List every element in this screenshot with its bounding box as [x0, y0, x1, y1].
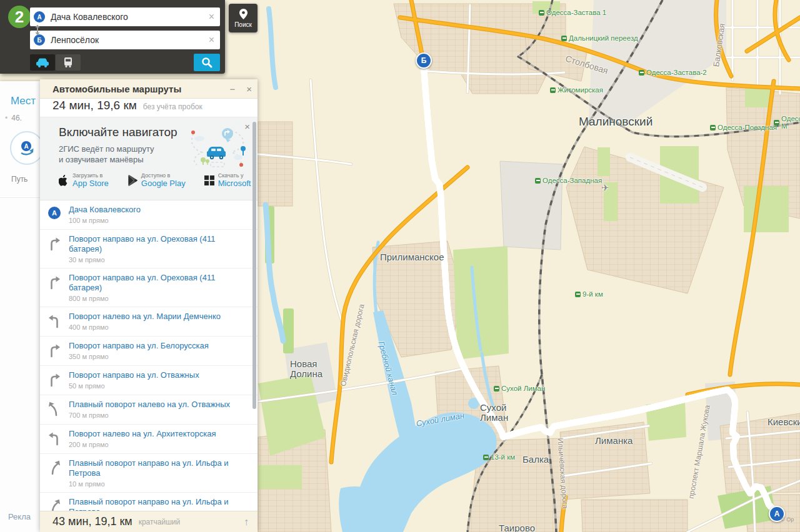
store-link-google-play[interactable]: Доступно вGoogle Play [128, 172, 186, 188]
step-title: Плавный поворот направо на ул. Ильфа и П… [69, 458, 249, 478]
place-card: Мест •46. А Путь Рекла [0, 81, 40, 532]
turn-left-icon [40, 312, 69, 332]
step-distance: 400 м прямо [69, 323, 221, 331]
car-mode-button[interactable] [30, 54, 55, 71]
step-distance: 10 м прямо [69, 480, 249, 488]
route-step[interactable]: Поворот направо на ул. Отважных50 м прям… [40, 366, 258, 395]
route-from-field[interactable]: А × [30, 7, 220, 26]
store-name-label: Google Play [141, 179, 186, 188]
store-name-label: App Store [72, 179, 109, 188]
step-distance: 350 м прямо [69, 353, 209, 360]
step-distance: 50 м прямо [69, 382, 199, 390]
step-distance: 800 м прямо [69, 295, 249, 302]
route-steps-list: АДача Ковалевского100 м прямоПоворот нап… [40, 200, 258, 531]
pin-icon [239, 9, 248, 19]
slight-left-icon [40, 400, 69, 420]
clear-from-icon[interactable]: × [203, 11, 220, 22]
turn-right-icon [40, 370, 69, 390]
bus-mode-button[interactable] [56, 54, 81, 71]
route-a-icon: А [19, 140, 35, 155]
expand-arrow-icon: ↑ [244, 516, 249, 528]
divider [0, 197, 40, 198]
route-marker-Б: Б [416, 52, 432, 69]
step-title: Поворот направо на ул. Отважных [69, 370, 199, 380]
step-title: Поворот налево на ул. Архитекторская [69, 429, 216, 439]
routes-panel: Автомобильные маршруты − × 24 мин, 19,6 … [40, 79, 258, 532]
place-card-subtext: •46. [5, 114, 22, 122]
place-card-heading: Мест [11, 95, 36, 107]
alternative-route-row[interactable]: 43 мин, 19,1 км кратчайший ↑ [40, 511, 258, 532]
minimize-icon[interactable]: − [224, 84, 241, 94]
store-link-microsoft[interactable]: Скачать уMicrosoft [204, 172, 251, 188]
point-a-icon: А [34, 11, 45, 22]
route-button-label: Путь [11, 175, 28, 184]
apple-icon [59, 175, 69, 186]
magnifier-icon [201, 56, 213, 69]
bullet-icon: • [5, 114, 8, 122]
navigator-promo: × Включайте навигатор 2ГИС ведёт по марш… [40, 117, 258, 200]
route-time-distance: 24 мин, 19,6 км [52, 99, 137, 112]
search-map-button[interactable]: Поиск [229, 4, 258, 32]
store-badges: Загрузить вApp StoreДоступно вGoogle Pla… [59, 172, 258, 188]
route-to-input[interactable] [49, 34, 203, 46]
alt-route-note: кратчайший [139, 518, 244, 526]
swap-points-icon[interactable] [33, 24, 42, 36]
start-point-icon: А [40, 205, 69, 225]
step-title: Поворот направо на ул. Ореховая (411 бат… [69, 273, 249, 293]
routes-panel-title: Автомобильные маршруты [52, 84, 224, 94]
step-title: Плавный поворот налево на ул. Отважных [69, 400, 230, 410]
step-title: Поворот направо на ул. Белорусская [69, 341, 209, 351]
turn-left-icon [40, 429, 69, 449]
close-icon[interactable]: × [241, 84, 258, 94]
step-title: Поворот налево на ул. Марии Демченко [69, 312, 221, 322]
step-distance: 700 м прямо [69, 411, 230, 419]
alt-route-time-distance: 43 мин, 19,1 км [52, 515, 132, 528]
step-title: Дача Ковалевского [69, 205, 141, 215]
store-pre-label: Загрузить в [72, 172, 109, 179]
step-title: Поворот направо на ул. Ореховая (411 бат… [69, 234, 249, 254]
store-link-apple[interactable]: Загрузить вApp Store [59, 172, 109, 188]
route-step[interactable]: Плавный поворот направо на ул. Ильфа и П… [40, 454, 258, 493]
route-step[interactable]: Поворот направо на ул. Ореховая (411 бат… [40, 268, 258, 307]
route-step[interactable]: Поворот налево на ул. Архитекторская200 … [40, 425, 258, 454]
turn-right-icon [40, 273, 69, 302]
route-summary-note: без учёта пробок [143, 102, 202, 111]
route-to-field[interactable]: Б × [30, 31, 220, 49]
route-marker-А: А [769, 506, 785, 522]
scrollbar-thumb[interactable] [252, 122, 256, 409]
store-pre-label: Скачать у [218, 172, 251, 179]
step-distance: 30 м прямо [69, 256, 249, 264]
slight-right-icon [40, 458, 69, 488]
svg-text:А: А [24, 143, 28, 150]
google-play-icon [128, 175, 138, 186]
clear-to-icon[interactable]: × [203, 34, 220, 46]
promo-illustration [188, 125, 248, 172]
microsoft-icon [204, 175, 214, 186]
store-pre-label: Доступно в [141, 172, 186, 179]
route-step[interactable]: Поворот налево на ул. Марии Демченко400 … [40, 307, 258, 337]
search-map-button-label: Поиск [234, 21, 252, 28]
route-step[interactable]: Плавный поворот налево на ул. Отважных70… [40, 395, 258, 425]
route-from-here-button[interactable]: А [10, 131, 40, 165]
routes-panel-header: Автомобильные маршруты − × [40, 79, 258, 99]
route-from-input[interactable] [49, 11, 203, 22]
route-search-panel: 2 А × Б × [0, 0, 225, 74]
store-name-label: Microsoft [218, 179, 251, 188]
build-route-button[interactable] [194, 54, 220, 71]
turn-right-icon [40, 341, 69, 361]
ad-link[interactable]: Рекла [8, 512, 31, 521]
step-distance: 200 м прямо [69, 441, 216, 448]
route-step[interactable]: Поворот направо на ул. Белорусская350 м … [40, 337, 258, 366]
step-distance: 100 м прямо [69, 217, 141, 224]
route-summary: 24 мин, 19,6 км без учёта пробок [40, 99, 258, 117]
route-step[interactable]: Поворот направо на ул. Ореховая (411 бат… [40, 230, 258, 268]
route-step[interactable]: АДача Ковалевского100 м прямо [40, 200, 258, 230]
turn-right-icon [40, 234, 69, 264]
2gis-logo[interactable]: 2 [8, 6, 31, 28]
point-b-icon: Б [34, 34, 45, 46]
